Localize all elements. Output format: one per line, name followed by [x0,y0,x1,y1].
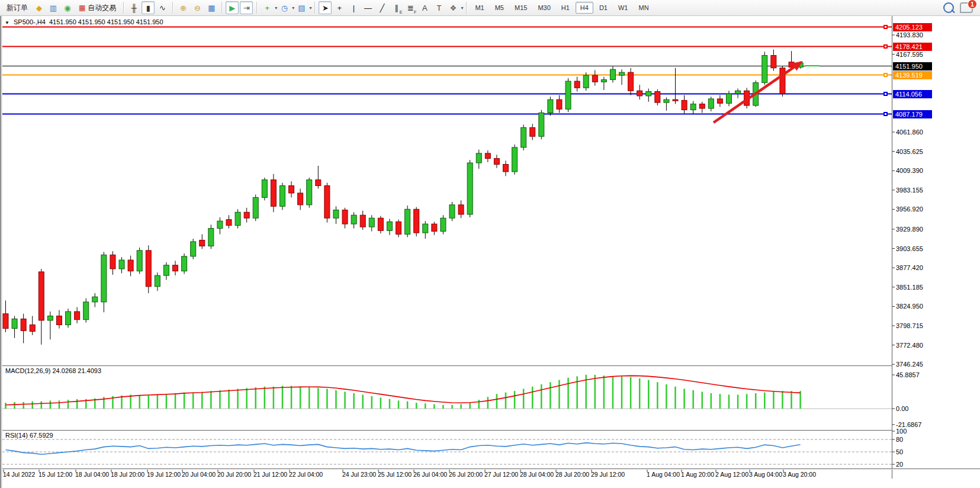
macd-values: 24.0268 21.4093 [52,367,101,374]
equidistant-channel-icon[interactable]: ∥E [390,1,403,14]
hline-handle-center [885,113,886,115]
history-funnel-icon[interactable]: ◆ [33,1,46,14]
timeframe-button-m1[interactable]: M1 [470,2,489,14]
macd-histogram-bar [201,391,203,409]
chart-template-icon[interactable]: ▤ [295,1,308,14]
candle-bearish [378,218,383,230]
timeframe-button-m5[interactable]: M5 [490,2,509,14]
price-tick-label: 3929.890 [896,226,923,233]
time-axis-label: 1 Aug 04:00 [647,471,680,478]
hline-handle-center [885,46,886,47]
zoom-in-icon[interactable]: ⊕ [176,1,189,14]
timeframe-button-m30[interactable]: M30 [533,2,555,14]
chart-window[interactable]: ▼ SP500-,H4 4151.950 4151.950 4151.950 4… [0,16,980,488]
macd-histogram-bar [764,393,766,409]
rsi-panel-separator[interactable] [0,430,892,431]
candle-bullish [690,104,696,110]
tile-windows-icon[interactable]: ▦ [205,1,218,14]
profiles-clock-icon[interactable]: ◷ [278,1,291,14]
candle-bullish [182,256,187,271]
macd-histogram-bar [300,387,301,409]
candle-bearish [342,210,348,224]
candle-bullish [449,205,455,218]
macd-histogram-bar [59,400,60,409]
symbol-dropdown-icon[interactable]: ▼ [5,20,9,25]
macd-histogram-bar [469,403,471,409]
signals-icon[interactable]: ◉ [61,1,74,14]
dropdown-arrow-icon[interactable]: ▾ [461,5,463,11]
rsi-axis-label: 100 [896,428,907,435]
timeframe-button-h4[interactable]: H4 [576,2,593,14]
time-axis-label: 14 Jul 2022 [3,471,35,478]
line-chart-icon[interactable]: ∿ [156,1,169,14]
price-tick-label: 4009.390 [896,167,923,174]
candle-bullish [664,99,669,102]
zoom-out-icon[interactable]: ⊖ [191,1,204,14]
candle-bullish [512,147,518,172]
macd-histogram-bar [389,399,391,409]
text-icon[interactable]: A [418,1,431,14]
price-line-badge: 4205.123 [893,23,932,31]
cursor-icon[interactable]: ➤ [319,1,332,14]
timeframe-button-h1[interactable]: H1 [557,2,574,14]
candlestick-chart-icon[interactable]: ▮ [142,1,155,14]
time-axis-label: 18 Jul 20:00 [111,471,144,478]
macd-histogram-bar [5,403,7,409]
candle-bearish [628,72,634,91]
bar-chart-icon[interactable]: ╫ [127,1,140,14]
macd-histogram-bar [666,384,667,409]
time-axis-label: 25 Jul 12:00 [378,471,412,478]
candle-bearish [324,186,330,219]
dropdown-arrow-icon[interactable]: ▾ [292,5,294,11]
macd-name: MACD(12,26,9) [5,367,50,374]
timeframe-button-mn[interactable]: MN [634,2,653,14]
shapes-icon[interactable]: ❖ [446,1,460,14]
search-icon[interactable] [943,2,954,13]
horizontal-line-icon[interactable]: — [361,1,374,14]
window-left-border [0,16,1,488]
notifications-chat-icon[interactable]: 1 [960,2,973,13]
macd-histogram-bar [692,390,694,409]
dropdown-arrow-icon[interactable]: ▾ [275,5,277,11]
auto-scroll-icon[interactable]: ▶ [226,1,239,14]
market-watch-icon[interactable]: ▥ [47,1,60,14]
candle-bullish [610,69,615,79]
time-axis-label: 1 Aug 20:00 [681,471,714,478]
macd-histogram-bar [166,394,168,409]
candle-bearish [298,193,303,205]
crosshair-icon[interactable]: + [333,1,346,14]
new-order-button[interactable]: 新订单 [2,1,32,15]
price-axis-border [892,16,892,479]
vertical-line-icon[interactable]: | [347,1,360,14]
new-order-button-label: 新订单 [7,3,28,13]
macd-histogram-bar [639,378,641,409]
macd-histogram-bar [478,400,480,409]
candle-bearish [360,215,365,227]
auto-trading-button[interactable]: ▦自动交易 [75,1,120,15]
macd-histogram-bar [416,403,417,409]
candle-bearish [21,319,26,330]
macd-histogram-bar [460,404,462,409]
fibonacci-icon[interactable]: ≣F [404,1,417,14]
price-tick-label: 4167.595 [896,51,923,58]
timeframe-button-w1[interactable]: W1 [613,2,633,14]
timeframe-button-d1[interactable]: D1 [595,2,612,14]
macd-indicator-label: MACD(12,26,9) 24.0268 21.4093 [4,367,102,374]
macd-histogram-bar [148,396,150,409]
chart-shift-icon[interactable]: ⇥ [240,1,253,14]
toolbar: 新订单◆▥◉▦自动交易╫▮∿⊕⊖▦▶⇥+▾◷▾▤▾➤+|—╱∥E≣FAT❖▾M1… [0,0,980,16]
macd-histogram-bar [246,388,248,409]
macd-panel-separator[interactable] [0,365,892,366]
macd-histogram-bar [782,391,783,409]
candle-bearish [655,91,660,102]
dropdown-arrow-icon[interactable]: ▾ [309,5,311,11]
timeframe-button-m15[interactable]: M15 [510,2,532,14]
chart-canvas[interactable] [0,16,980,488]
trendline-icon[interactable]: ╱ [375,1,388,14]
candle-bullish [583,75,589,88]
chart-ohlc-values: 4151.950 4151.950 4151.950 4151.950 [49,18,163,25]
candle-bearish [173,265,178,271]
new-chart-icon[interactable]: + [261,1,274,14]
macd-histogram-bar [76,399,78,409]
text-label-icon[interactable]: T [432,1,445,14]
